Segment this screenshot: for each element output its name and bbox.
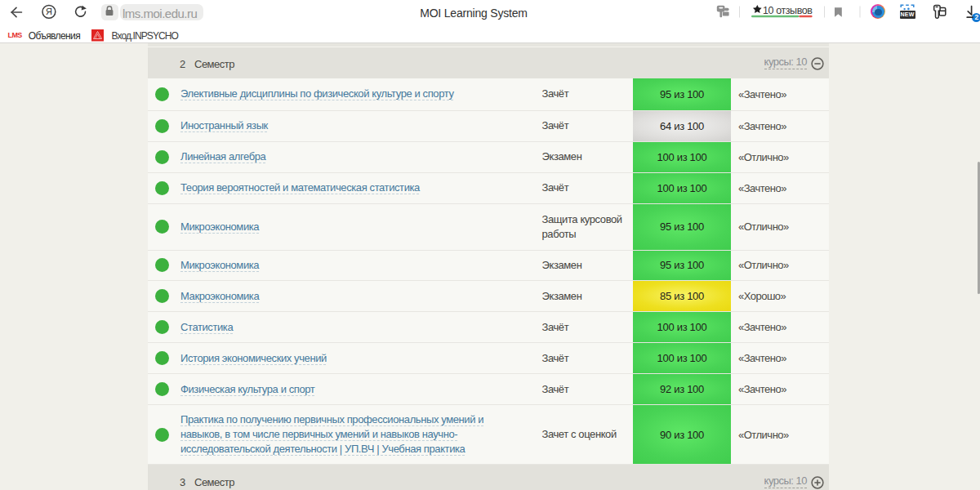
svg-text:Я: Я	[46, 7, 52, 16]
